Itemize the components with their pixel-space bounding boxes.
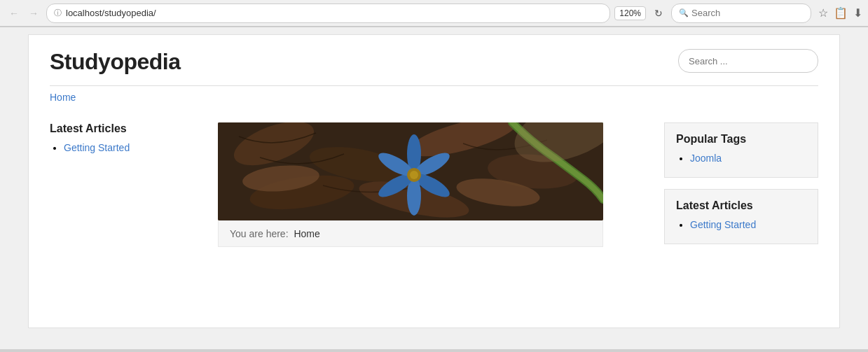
breadcrumb-bar: You are here: Home [218, 220, 603, 247]
latest-articles-title: Latest Articles [50, 122, 204, 135]
left-sidebar: Latest Articles Getting Started [50, 122, 204, 255]
right-latest-articles-section: Latest Articles Getting Started [664, 189, 818, 244]
right-getting-started-link[interactable]: Getting Started [690, 219, 756, 230]
address-bar-input[interactable] [66, 8, 602, 18]
hero-svg [218, 122, 603, 220]
zoom-indicator[interactable]: 120% [614, 6, 646, 20]
hero-image [218, 122, 603, 220]
main-layout: Latest Articles Getting Started [50, 122, 818, 255]
list-item: Getting Started [690, 219, 806, 230]
browser-chrome: ← → ⓘ 120% ↻ 🔍 ☆ 📋 ⬇ [0, 0, 868, 27]
bookmark-star-icon[interactable]: ☆ [818, 6, 828, 20]
getting-started-link[interactable]: Getting Started [64, 142, 130, 153]
site-search-input[interactable] [689, 56, 808, 66]
toolbar-icons: ☆ 📋 ⬇ [818, 6, 862, 20]
breadcrumb-label: You are here: [230, 228, 289, 239]
site-search-box [678, 49, 818, 73]
back-button[interactable]: ← [6, 5, 22, 22]
popular-tags-section: Popular Tags Joomla [664, 122, 818, 178]
reload-button[interactable]: ↻ [650, 5, 667, 22]
center-content: You are here: Home [218, 122, 650, 255]
forward-button[interactable]: → [25, 5, 42, 22]
latest-articles-list: Getting Started [50, 142, 204, 153]
nav-buttons: ← → [6, 5, 42, 22]
site-title: Studyopedia [50, 49, 181, 75]
browser-toolbar: ← → ⓘ 120% ↻ 🔍 ☆ 📋 ⬇ [0, 0, 868, 27]
popular-tags-title: Popular Tags [676, 133, 806, 146]
list-item: Getting Started [64, 142, 204, 153]
right-latest-articles-title: Latest Articles [676, 199, 806, 212]
browser-search-icon: 🔍 [679, 8, 689, 17]
info-icon: ⓘ [54, 8, 62, 18]
right-sidebar: Popular Tags Joomla Latest Articles Gett… [664, 122, 818, 255]
address-bar-container: ⓘ [46, 3, 610, 23]
joomla-tag-link[interactable]: Joomla [690, 153, 722, 164]
nav-home-link[interactable]: Home [50, 92, 76, 103]
right-latest-articles-list: Getting Started [676, 219, 806, 230]
site-header: Studyopedia [50, 49, 818, 75]
site-nav: Home [50, 85, 818, 108]
page-content: Studyopedia Home Latest Articles Getting… [28, 34, 840, 328]
page-wrapper: Studyopedia Home Latest Articles Getting… [0, 27, 868, 349]
reading-list-icon[interactable]: 📋 [834, 6, 848, 20]
breadcrumb-home: Home [294, 228, 319, 239]
pocket-icon[interactable]: ⬇ [853, 6, 862, 20]
popular-tags-list: Joomla [676, 153, 806, 164]
browser-search-container: 🔍 [671, 3, 811, 23]
list-item: Joomla [690, 153, 806, 164]
browser-search-input[interactable] [691, 8, 797, 18]
